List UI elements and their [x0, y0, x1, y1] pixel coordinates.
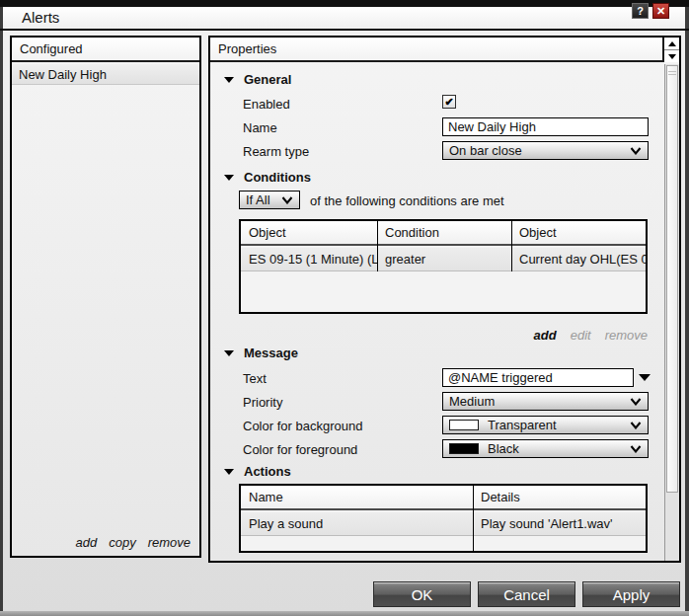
- enabled-checkbox[interactable]: ✔: [442, 95, 456, 109]
- arrow-up-icon: [668, 41, 676, 46]
- foreground-color-swatch: [449, 443, 479, 454]
- scroll-down-button[interactable]: [664, 50, 679, 62]
- message-text-input[interactable]: @NAME triggered: [442, 368, 634, 387]
- chevron-down-icon: [630, 422, 642, 429]
- foreground-color-select[interactable]: Black: [442, 439, 649, 458]
- condition-edit-link[interactable]: edit: [571, 328, 591, 343]
- apply-button[interactable]: Apply: [582, 581, 680, 607]
- column-divider: [511, 221, 512, 271]
- collapse-arrow-icon: [224, 175, 234, 181]
- chevron-down-icon: [281, 196, 293, 204]
- message-text-label: Text: [243, 371, 267, 386]
- rearm-type-value: On bar close: [449, 143, 522, 158]
- column-header: Condition: [377, 221, 511, 244]
- properties-header-label: Properties: [218, 41, 276, 56]
- background-color-select[interactable]: Transparent: [442, 416, 649, 434]
- properties-panel-header: Properties: [210, 38, 679, 62]
- priority-select[interactable]: Medium: [442, 392, 649, 411]
- column-header: Object: [241, 221, 377, 244]
- scroll-up-button[interactable]: [664, 38, 679, 50]
- collapse-arrow-icon: [224, 469, 234, 475]
- conditions-table[interactable]: Object Condition Object ES 09-15 (1 Minu…: [239, 219, 648, 314]
- name-input[interactable]: New Daily High: [442, 117, 649, 136]
- properties-panel: Properties General Enabled ✔ Name New Da…: [208, 36, 681, 563]
- condition-object2-cell: Current day OHL(ES 09: [511, 248, 646, 270]
- column-header: Details: [473, 486, 646, 508]
- alert-add-link[interactable]: add: [75, 535, 97, 550]
- priority-value: Medium: [449, 394, 495, 409]
- configured-header-label: Configured: [20, 41, 83, 56]
- ok-button[interactable]: OK: [373, 581, 471, 607]
- alerts-dialog: Alerts ? ✕ Configured New Daily High add…: [0, 0, 689, 616]
- conditions-table-header-row: Object Condition Object: [241, 221, 646, 246]
- column-divider: [377, 221, 378, 271]
- condition-row[interactable]: ES 09-15 (1 Minute) (Lc greater Current …: [241, 248, 646, 271]
- condition-match-select[interactable]: If All: [239, 191, 300, 209]
- help-button[interactable]: ?: [632, 3, 649, 19]
- action-details-cell: Play sound 'Alert1.wav': [473, 512, 646, 535]
- cancel-button[interactable]: Cancel: [478, 581, 575, 607]
- collapse-arrow-icon: [224, 77, 234, 83]
- close-icon[interactable]: ✕: [652, 3, 669, 19]
- message-section-header[interactable]: Message: [224, 346, 298, 360]
- action-row[interactable]: Play a sound Play sound 'Alert1.wav': [241, 512, 646, 536]
- configured-links: add copy remove: [75, 535, 191, 550]
- message-section-title: Message: [244, 346, 298, 360]
- alert-list-item-selected[interactable]: New Daily High: [12, 64, 199, 85]
- scroll-spinner: [662, 38, 679, 62]
- message-text-value: @NAME triggered: [448, 370, 553, 385]
- name-input-value: New Daily High: [448, 119, 536, 134]
- alert-item-label: New Daily High: [19, 67, 107, 82]
- general-section-header[interactable]: General: [224, 72, 291, 87]
- arrow-down-icon: [668, 54, 676, 59]
- rearm-type-select[interactable]: On bar close: [442, 141, 649, 160]
- condition-add-link[interactable]: add: [534, 328, 557, 343]
- actions-section-title: Actions: [244, 464, 291, 479]
- check-icon: ✔: [444, 97, 453, 108]
- window-title: Alerts: [22, 9, 59, 26]
- collapse-arrow-icon: [224, 350, 234, 356]
- priority-label: Priority: [243, 395, 282, 410]
- scrollbar-grip-icon: [668, 71, 676, 75]
- background-color-swatch: [449, 420, 479, 430]
- background-color-value: Transparent: [488, 418, 557, 432]
- chevron-down-icon: [630, 398, 642, 406]
- action-name-cell: Play a sound: [241, 512, 473, 535]
- window-top-border: [0, 0, 689, 7]
- background-color-label: Color for background: [243, 419, 362, 433]
- conditions-section-header[interactable]: Conditions: [224, 170, 311, 185]
- enabled-label: Enabled: [243, 97, 290, 112]
- name-label: Name: [243, 120, 277, 135]
- actions-section-header[interactable]: Actions: [224, 464, 291, 479]
- conditions-section-title: Conditions: [244, 170, 311, 185]
- condition-match-value: If All: [246, 192, 270, 207]
- actions-table-header-row: Name Details: [241, 486, 646, 510]
- window-bottom-border: [0, 611, 689, 616]
- vertical-scrollbar[interactable]: [664, 64, 679, 561]
- condition-remove-link[interactable]: remove: [605, 328, 648, 343]
- chevron-down-icon: [630, 147, 642, 155]
- column-header: Name: [241, 486, 473, 508]
- general-section-title: General: [244, 72, 291, 87]
- actions-table[interactable]: Name Details Play a sound Play sound 'Al…: [239, 484, 648, 553]
- condition-match-text: of the following conditions are met: [310, 193, 504, 208]
- scrollbar-thumb[interactable]: [666, 65, 678, 493]
- column-divider: [473, 486, 474, 551]
- configured-panel: Configured New Daily High add copy remov…: [10, 36, 201, 558]
- message-text-dropdown-icon[interactable]: [639, 374, 651, 381]
- rearm-type-label: Rearm type: [243, 144, 309, 159]
- alert-copy-link[interactable]: copy: [109, 535, 135, 550]
- foreground-color-value: Black: [488, 441, 519, 456]
- column-header: Object: [511, 221, 646, 244]
- foreground-color-label: Color for foreground: [243, 442, 357, 457]
- chevron-down-icon: [630, 445, 642, 453]
- window-right-border: [685, 7, 689, 611]
- configured-panel-header: Configured: [12, 38, 199, 62]
- condition-operator-cell: greater: [377, 248, 511, 270]
- title-bar[interactable]: Alerts: [3, 7, 685, 29]
- alert-remove-link[interactable]: remove: [148, 535, 191, 550]
- condition-object-cell: ES 09-15 (1 Minute) (Lc: [241, 248, 377, 270]
- conditions-links: add edit remove: [239, 328, 648, 343]
